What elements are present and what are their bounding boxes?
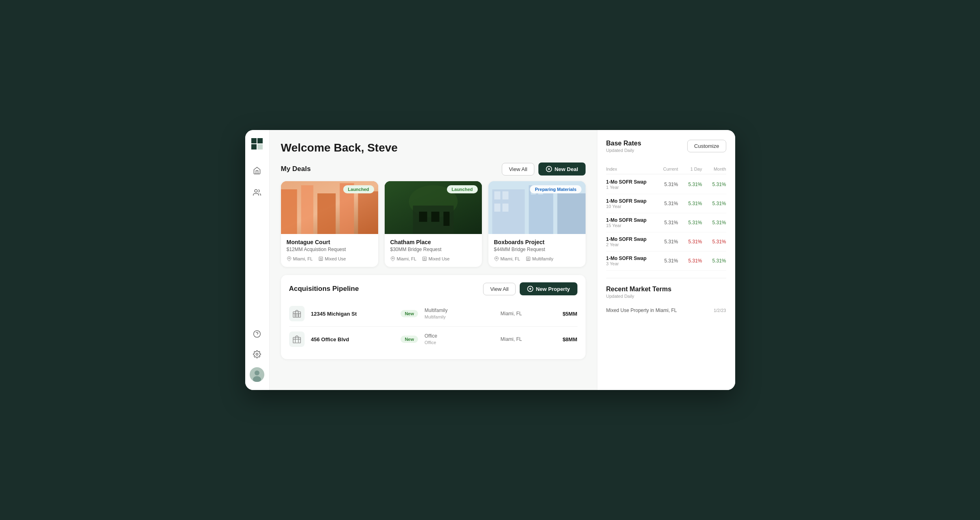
rate-month-1: 5.31% (702, 201, 726, 206)
pipeline-section: Acquisitions Pipeline View All New Prope… (281, 275, 586, 359)
base-rates-title-group: Base Rates Updated Daily (606, 140, 641, 158)
pipeline-row-0[interactable]: 12345 Michigan St New Multifamily Multif… (289, 301, 577, 327)
rates-header: Index Current 1 Day Month (606, 164, 726, 174)
market-terms-date-0: 1/2/23 (714, 308, 726, 313)
plus-circle-icon (546, 166, 552, 172)
rate-current-3: 5.31% (654, 239, 678, 245)
deal-card-body-0: Montague Court $12MM Acquistion Request … (281, 234, 378, 267)
deals-section: My Deals View All New Deal (281, 162, 586, 267)
rate-current-0: 5.31% (654, 182, 678, 187)
deal-meta-2: Miami, FL Multifamily (494, 256, 580, 261)
location-icon-2 (494, 256, 499, 261)
col-header-oneday: 1 Day (678, 167, 702, 171)
svg-rect-1 (257, 138, 263, 143)
rate-row-0: 1-Mo SOFR Swap 1 Year 5.31% 5.31% 5.31% (606, 175, 726, 194)
deal-card-1[interactable]: Launched Chatham Place $30MM Bridge Requ… (385, 181, 482, 267)
new-property-button[interactable]: New Property (520, 282, 577, 295)
svg-rect-15 (301, 185, 313, 234)
svg-rect-20 (319, 257, 322, 261)
deals-grid: Launched Montague Court $12MM Acquistion… (281, 181, 586, 267)
svg-point-5 (254, 331, 261, 338)
main-content: Welcome Back, Steve My Deals View All Ne… (270, 130, 597, 390)
svg-rect-0 (251, 138, 257, 143)
deal-location-2: Miami, FL (494, 256, 520, 261)
pipeline-name-0: 12345 Michigan St (311, 311, 394, 317)
deal-location-1: Miami, FL (390, 256, 416, 261)
sidebar-item-home[interactable] (250, 163, 264, 178)
avatar[interactable] (250, 367, 264, 382)
base-rates-header: Base Rates Updated Daily Customize (606, 140, 726, 158)
view-all-pipeline-button[interactable]: View All (483, 283, 515, 295)
building-grid-icon (292, 309, 301, 318)
col-header-current: Current (654, 167, 678, 171)
rate-label-1: 1-Mo SOFR Swap 10 Year (606, 198, 654, 209)
deal-card-image-0: Launched (281, 181, 378, 234)
base-rates-subtitle: Updated Daily (606, 148, 641, 153)
deals-actions: View All New Deal (502, 162, 585, 176)
deal-badge-0: Launched (343, 185, 374, 193)
deal-location-0: Miami, FL (287, 256, 313, 261)
deal-card-0[interactable]: Launched Montague Court $12MM Acquistion… (281, 181, 378, 267)
deal-name-2: Boxboards Project (494, 239, 580, 245)
market-terms-section: Recent Market Terms Updated Daily Mixed … (606, 286, 726, 316)
rate-row-3: 1-Mo SOFR Swap 2 Year 5.31% 5.31% 5.31% (606, 232, 726, 251)
view-all-deals-button[interactable]: View All (502, 163, 534, 176)
svg-rect-29 (422, 257, 426, 261)
rate-month-4: 5.31% (702, 258, 726, 264)
sidebar-bottom (250, 327, 264, 382)
col-header-index: Index (606, 167, 654, 171)
pipeline-type-0: Multifamily Multifamily (425, 307, 494, 320)
svg-rect-34 (494, 191, 500, 199)
rate-day-1: 5.31% (678, 201, 702, 206)
deal-card-2[interactable]: Preparing Materials Boxboards Project $4… (488, 181, 586, 267)
pipeline-name-1: 456 Office Blvd (311, 336, 394, 342)
sidebar-item-users[interactable] (250, 185, 264, 200)
rate-label-3: 1-Mo SOFR Swap 2 Year (606, 236, 654, 247)
rate-day-3: 5.31% (678, 239, 702, 245)
market-terms-name-0: Mixed Use Property in Miami, FL (606, 308, 677, 313)
deal-type-1: Mixed Use (422, 256, 450, 261)
deal-badge-1: Launched (447, 185, 478, 193)
sidebar-item-settings[interactable] (250, 347, 264, 362)
pipeline-actions: View All New Property (483, 282, 577, 295)
pipeline-row-1[interactable]: 456 Office Blvd New Office Office Miami,… (289, 327, 577, 352)
pipeline-property-icon-0 (289, 306, 305, 321)
deal-card-body-2: Boxboards Project $44MM Bridge Request M… (488, 234, 586, 267)
rate-current-4: 5.31% (654, 258, 678, 264)
svg-point-8 (255, 370, 259, 375)
svg-rect-25 (419, 212, 427, 222)
rate-month-3: 5.31% (702, 239, 726, 245)
svg-rect-37 (502, 204, 508, 212)
page-title: Welcome Back, Steve (281, 141, 586, 154)
base-rates-title: Base Rates (606, 140, 641, 147)
building-grid-icon-2 (292, 335, 301, 344)
rate-row-1: 1-Mo SOFR Swap 10 Year 5.31% 5.31% 5.31% (606, 194, 726, 213)
pipeline-type-1: Office Office (425, 333, 494, 346)
panel-divider (606, 278, 726, 278)
svg-point-6 (256, 353, 258, 355)
pipeline-status-1: New (401, 336, 418, 343)
pipeline-section-title: Acquisitions Pipeline (289, 285, 359, 293)
logo (251, 138, 263, 151)
pipeline-amount-0: $5MM (562, 311, 577, 317)
sidebar-item-support[interactable] (250, 327, 264, 341)
plus-circle-icon-2 (527, 286, 534, 292)
deals-section-header: My Deals View All New Deal (281, 162, 586, 176)
deal-meta-0: Miami, FL Mixed Use (287, 256, 372, 261)
svg-point-4 (255, 190, 257, 193)
customize-button[interactable]: Customize (687, 140, 726, 152)
svg-rect-16 (317, 193, 335, 234)
svg-point-40 (496, 258, 497, 259)
rate-current-1: 5.31% (654, 201, 678, 206)
deal-name-1: Chatham Place (390, 239, 476, 245)
rate-label-4: 1-Mo SOFR Swap 3 Year (606, 256, 654, 266)
svg-rect-3 (257, 144, 263, 150)
rate-day-4: 5.31% (678, 258, 702, 264)
svg-rect-2 (251, 144, 257, 150)
market-terms-title: Recent Market Terms (606, 286, 726, 293)
rates-table: Index Current 1 Day Month 1-Mo SOFR Swap… (606, 164, 726, 271)
svg-rect-41 (526, 257, 530, 261)
deal-type-0: Mixed Use (318, 256, 346, 261)
market-terms-row-0[interactable]: Mixed Use Property in Miami, FL 1/2/23 (606, 304, 726, 316)
new-deal-button[interactable]: New Deal (538, 162, 586, 176)
